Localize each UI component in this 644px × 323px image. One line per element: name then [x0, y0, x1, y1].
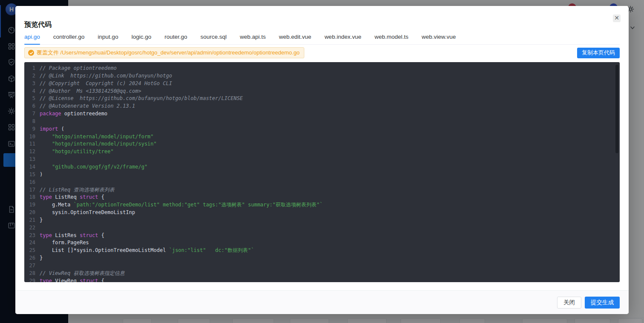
- code-line: 19 g.Meta `path:"/optionTreeDemo/list" m…: [24, 201, 620, 209]
- code-line: 9import (: [24, 126, 620, 133]
- tab-web.model.ts[interactable]: web.model.ts: [375, 33, 409, 44]
- code-line: 2// @Link https://github.com/bufanyun/ho…: [24, 72, 620, 80]
- tab-source.sql[interactable]: source.sql: [200, 33, 227, 44]
- code-line: 26}: [24, 254, 620, 262]
- tab-web.api.ts[interactable]: web.api.ts: [240, 33, 266, 44]
- code-line: 23type ListRes struct {: [24, 232, 620, 240]
- code-line: 6// @AutoGenerate Version 2.13.1: [24, 103, 620, 110]
- code-line: 3// @Copyright Copyright (c) 2024 HotGo …: [24, 80, 620, 88]
- code-line: 10 "hotgo/internal/model/input/form": [24, 133, 620, 141]
- alert-row: 覆盖文件 /Users/mengshuai/Desktop/gosrc/hotg…: [24, 47, 620, 58]
- code-line: 22: [24, 224, 620, 232]
- tab-web.view.vue[interactable]: web.view.vue: [422, 33, 456, 44]
- tab-logic.go[interactable]: logic.go: [131, 33, 151, 44]
- code-line: 15): [24, 171, 620, 179]
- close-button[interactable]: 关闭: [557, 297, 581, 309]
- code-line: 12 "hotgo/utility/tree": [24, 148, 620, 156]
- code-line: 21}: [24, 217, 620, 224]
- code-line: 11 "hotgo/internal/model/input/sysin": [24, 140, 620, 148]
- overwrite-file-alert: 覆盖文件 /Users/mengshuai/Desktop/gosrc/hotg…: [24, 47, 304, 58]
- tab-input.go[interactable]: input.go: [98, 33, 118, 44]
- code-editor[interactable]: 1// Package optiontreedemo2// @Link http…: [24, 62, 620, 282]
- tab-bar: api.gocontroller.goinput.gologic.goroute…: [24, 33, 620, 45]
- modal-title: 预览代码: [24, 20, 52, 29]
- tab-controller.go[interactable]: controller.go: [53, 33, 85, 44]
- code-line: 29type ViewReq struct {: [24, 277, 620, 282]
- code-line: 5// @License https://github.com/bufanyun…: [24, 95, 620, 103]
- code-line: 14 "github.com/gogf/gf/v2/frame/g": [24, 163, 620, 171]
- code-line: 28// ViewReq 获取选项树表指定信息: [24, 270, 620, 277]
- code-line: 27: [24, 262, 620, 270]
- modal-footer: 关闭 提交生成: [15, 290, 629, 314]
- code-line: 25 List []*sysin.OptionTreeDemoListModel…: [24, 247, 620, 254]
- code-line: 18type ListReq struct {: [24, 194, 620, 201]
- submit-generate-button[interactable]: 提交生成: [585, 297, 620, 309]
- code-line: 1// Package optiontreedemo: [24, 65, 620, 72]
- code-lines: 1// Package optiontreedemo2// @Link http…: [24, 62, 620, 282]
- code-line: 13: [24, 156, 620, 163]
- code-line: 7package optiontreedemo: [24, 110, 620, 118]
- code-line: 20 sysin.OptionTreeDemoListInp: [24, 209, 620, 217]
- check-circle-icon: [28, 50, 34, 56]
- tab-router.go[interactable]: router.go: [165, 33, 187, 44]
- code-line: 24 form.PageRes: [24, 239, 620, 247]
- preview-code-modal: 预览代码 ✕ api.gocontroller.goinput.gologic.…: [15, 6, 629, 314]
- code-scrollbar-thumb[interactable]: [615, 65, 618, 153]
- code-line: 16: [24, 179, 620, 186]
- code-line: 8: [24, 118, 620, 126]
- copy-page-code-button[interactable]: 复制本页代码: [577, 48, 620, 58]
- tab-api.go[interactable]: api.go: [24, 33, 40, 44]
- close-icon[interactable]: ✕: [613, 14, 621, 22]
- tab-web.edit.vue[interactable]: web.edit.vue: [279, 33, 312, 44]
- code-line: 17// ListReq 查询选项树表列表: [24, 186, 620, 194]
- code-line: 4// @Author Ms <133814250@qq.com>: [24, 88, 620, 95]
- alert-text: 覆盖文件 /Users/mengshuai/Desktop/gosrc/hotg…: [37, 49, 300, 57]
- tab-web.index.vue[interactable]: web.index.vue: [324, 33, 361, 44]
